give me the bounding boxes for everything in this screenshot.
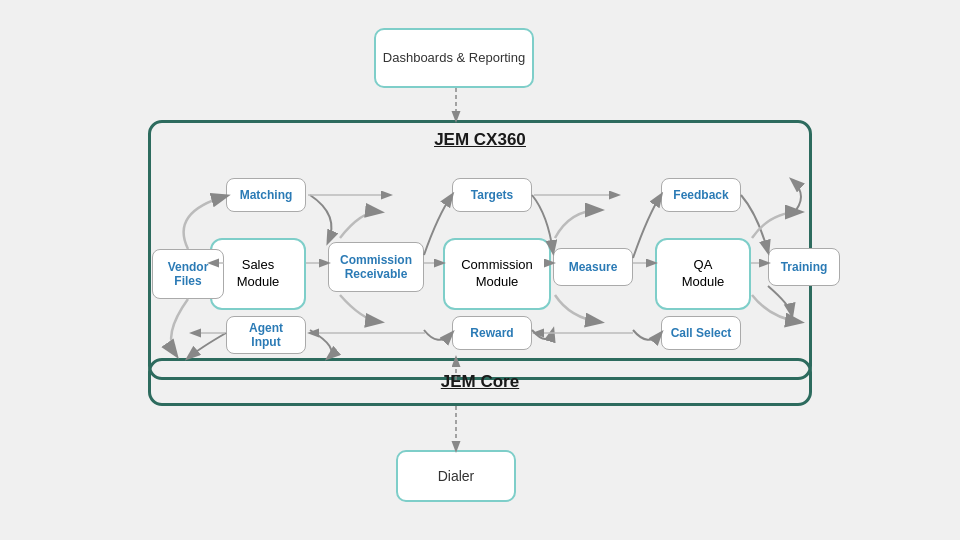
dashboards-label: Dashboards & Reporting [383,50,525,67]
dialer-label: Dialer [438,468,475,484]
matching-box: Matching [226,178,306,212]
targets-box: Targets [452,178,532,212]
targets-label: Targets [471,188,513,202]
training-box: Training [768,248,840,286]
commission-receivable-label: CommissionReceivable [340,253,412,282]
measure-box: Measure [553,248,633,286]
sales-module-box: SalesModule [210,238,306,310]
commission-module-label: CommissionModule [461,257,533,291]
agent-input-label: AgentInput [249,321,283,350]
call-select-label: Call Select [671,326,732,340]
core-box: JEM Core [148,358,812,406]
matching-label: Matching [240,188,293,202]
measure-label: Measure [569,260,618,274]
agent-input-box: AgentInput [226,316,306,354]
diagram-container: Dashboards & Reporting JEM CX360 JEM Cor… [0,0,960,540]
feedback-box: Feedback [661,178,741,212]
dialer-box: Dialer [396,450,516,502]
commission-receivable-box: CommissionReceivable [328,242,424,292]
vendor-files-label: VendorFiles [168,260,209,289]
qa-module-box: QAModule [655,238,751,310]
sales-module-label: SalesModule [237,257,280,291]
reward-box: Reward [452,316,532,350]
training-label: Training [781,260,828,274]
reward-label: Reward [470,326,513,340]
call-select-box: Call Select [661,316,741,350]
feedback-label: Feedback [673,188,728,202]
dashboards-box: Dashboards & Reporting [374,28,534,88]
core-label: JEM Core [441,372,519,392]
commission-module-box: CommissionModule [443,238,551,310]
qa-module-label: QAModule [682,257,725,291]
cx360-label: JEM CX360 [148,120,812,150]
vendor-files-box: VendorFiles [152,249,224,299]
